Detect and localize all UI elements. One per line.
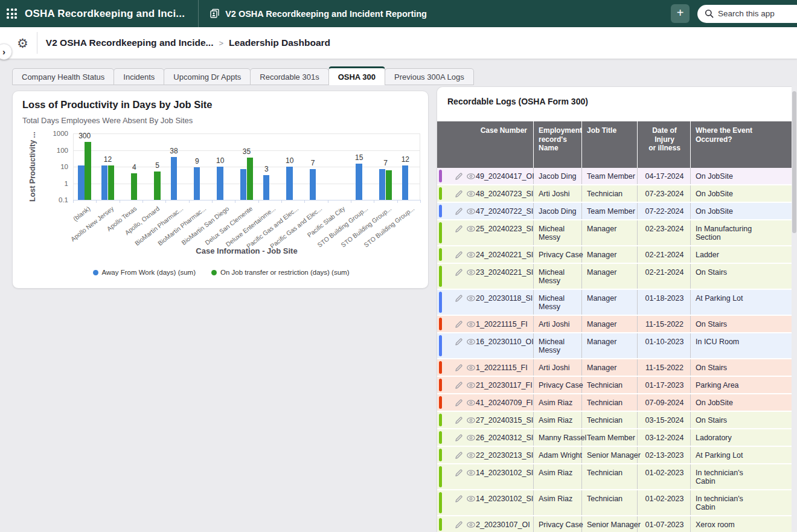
- legend-label: On Job transfer or restriction (days) (s…: [220, 269, 349, 276]
- bar-away-from-work-days-sum-deluxe-entertainme: [263, 175, 270, 200]
- injury-date-cell: 04-17-2024: [638, 168, 691, 184]
- column-header-job-title[interactable]: Job Title: [582, 121, 638, 168]
- eye-icon[interactable]: [466, 364, 476, 372]
- eye-icon[interactable]: [466, 225, 476, 233]
- eye-icon[interactable]: [466, 521, 476, 529]
- event-location-cell: In ICU Room: [691, 333, 793, 358]
- tab-upcoming-dr-appts[interactable]: Upcoming Dr Appts: [164, 68, 251, 85]
- app-tab-v2-osha[interactable]: V2 OSHA Recordkeeping and Incident Repor…: [199, 0, 438, 27]
- pencil-icon[interactable]: [455, 521, 463, 529]
- table-row[interactable]: 1_20221115_FIArti JoshiManager11-15-2022…: [437, 316, 793, 333]
- pencil-icon[interactable]: [455, 294, 463, 303]
- pencil-icon[interactable]: [455, 451, 463, 460]
- x-axis-tick: [212, 200, 213, 203]
- bar-value-label: 12: [96, 155, 120, 164]
- event-location-cell: On Stairs: [691, 359, 793, 376]
- eye-icon[interactable]: [466, 451, 476, 460]
- record-type-indicator: [439, 292, 442, 313]
- table-row[interactable]: 25_20240223_SIMicheal MessyManager02-23-…: [437, 220, 793, 246]
- case-number-cell: 14_20230102_SI: [476, 469, 536, 477]
- pencil-icon[interactable]: [455, 268, 463, 277]
- tab-incidents[interactable]: Incidents: [114, 68, 164, 85]
- table-row[interactable]: 27_20240315_SIAsim RiazTechnician03-15-2…: [437, 412, 793, 429]
- column-header-case-number[interactable]: Case Number: [437, 121, 534, 168]
- app-grid-icon[interactable]: [7, 8, 17, 19]
- gear-icon[interactable]: ⚙: [17, 37, 28, 50]
- breadcrumb-app-link[interactable]: V2 OSHA Recordkeeping and Incide...: [46, 37, 214, 48]
- table-row[interactable]: 41_20240709_FIAsim RiazTechnician07-09-2…: [437, 394, 793, 412]
- top-app-bar: OSHA Recordkeeping and Inci... V2 OSHA R…: [0, 0, 797, 27]
- table-row[interactable]: 21_20230117_FIPrivacy CaseTechnician01-1…: [437, 377, 793, 394]
- pencil-icon[interactable]: [455, 416, 463, 425]
- pencil-icon[interactable]: [455, 381, 463, 389]
- eye-icon[interactable]: [466, 172, 476, 181]
- record-type-indicator: [439, 266, 442, 287]
- table-row[interactable]: 16_20230110_OIMicheal MessyManager01-10-…: [437, 333, 793, 359]
- job-title-cell: Team Member: [582, 203, 638, 219]
- table-row[interactable]: 23_20240221_SIMicheal MessyManager02-21-…: [437, 264, 793, 290]
- pencil-icon[interactable]: [455, 207, 463, 216]
- table-row[interactable]: 2_20230107_OIPrivacy CaseSenior Manager0…: [437, 516, 793, 532]
- eye-icon[interactable]: [466, 320, 476, 328]
- table-row[interactable]: 26_20240312_SIManny RasselTeam Member03-…: [437, 429, 793, 447]
- pencil-icon[interactable]: [455, 495, 463, 503]
- injury-date-cell: 01-07-2023: [638, 516, 691, 532]
- pencil-icon[interactable]: [455, 338, 463, 346]
- add-new-button[interactable]: +: [671, 4, 690, 23]
- eye-icon[interactable]: [466, 190, 476, 198]
- vertical-scrollbar-thumb[interactable]: [792, 91, 796, 233]
- pencil-icon[interactable]: [455, 190, 463, 198]
- eye-icon[interactable]: [466, 495, 476, 503]
- table-row[interactable]: 1_20221115_FIArti JoshiManager11-15-2022…: [437, 359, 793, 377]
- eye-icon[interactable]: [466, 338, 476, 346]
- legend-item-away-from-work-days-sum[interactable]: Away From Work (days) (sum): [93, 269, 196, 276]
- eye-icon[interactable]: [466, 469, 476, 477]
- table-row[interactable]: 49_20240417_OIJacob DingTeam Member04-17…: [437, 168, 793, 185]
- pencil-icon[interactable]: [455, 434, 463, 442]
- tab-previous-300a-logs[interactable]: Previous 300A Logs: [385, 68, 474, 85]
- pencil-icon[interactable]: [455, 225, 463, 233]
- table-row[interactable]: 24_20240221_SIPrivacy CaseManager02-21-2…: [437, 246, 793, 264]
- eye-icon[interactable]: [466, 434, 476, 442]
- eye-icon[interactable]: [466, 251, 476, 259]
- search-input[interactable]: [718, 9, 787, 18]
- event-location-cell: On JobSite: [691, 185, 793, 202]
- column-header-where-the-event[interactable]: Where the Event Occurred?: [691, 121, 793, 168]
- table-row[interactable]: 47_20240722_SIJacob DingTeam Member07-22…: [437, 203, 793, 220]
- table-row[interactable]: 14_20230102_SIAsim RiazTechnician01-02-2…: [437, 490, 793, 516]
- pencil-icon[interactable]: [455, 251, 463, 259]
- job-title-cell: Technician: [582, 185, 638, 202]
- table-row[interactable]: 20_20230118_SIMicheal MessyManager01-18-…: [437, 290, 793, 316]
- legend-item-on-job-transfer-or-restriction-days-sum[interactable]: On Job transfer or restriction (days) (s…: [211, 269, 349, 276]
- table-row[interactable]: 48_20240723_SIArti JoshiTechnician07-23-…: [437, 185, 793, 203]
- pencil-icon[interactable]: [455, 469, 463, 477]
- tab-osha-300[interactable]: OSHA 300: [328, 66, 385, 85]
- pencil-icon[interactable]: [455, 320, 463, 328]
- pencil-icon[interactable]: [455, 364, 463, 372]
- table-row[interactable]: 22_20230213_SIAdam WrightSenior Manager0…: [437, 447, 793, 464]
- job-title-cell: Manager: [582, 290, 638, 315]
- eye-icon[interactable]: [466, 381, 476, 389]
- case-number-cell: 22_20230213_SI: [476, 451, 536, 460]
- x-axis-tick: [73, 200, 74, 203]
- tab-company-health-status[interactable]: Company Health Status: [12, 68, 114, 85]
- record-type-indicator: [439, 170, 442, 182]
- eye-icon[interactable]: [466, 399, 476, 407]
- employee-name-cell: Asim Riaz: [534, 394, 582, 411]
- table-row[interactable]: 14_20230102_SIAsim RiazTechnician01-02-2…: [437, 464, 793, 490]
- bar-on-job-transfer-or-restriction-days-sum-apollo-texas: [131, 173, 138, 200]
- eye-icon[interactable]: [466, 294, 476, 303]
- pencil-icon[interactable]: [455, 399, 463, 407]
- eye-icon[interactable]: [466, 268, 476, 277]
- eye-icon[interactable]: [466, 207, 476, 216]
- pencil-icon[interactable]: [455, 172, 463, 181]
- eye-icon[interactable]: [466, 416, 476, 425]
- app-search[interactable]: [697, 5, 797, 23]
- bar-value-label: 12: [393, 155, 417, 164]
- column-header-date-of-injury[interactable]: Date of Injury or illness: [638, 121, 691, 168]
- vertical-scrollbar-track[interactable]: [792, 86, 797, 532]
- dashboard-tabs: Company Health StatusIncidentsUpcoming D…: [12, 67, 473, 85]
- column-header-employment[interactable]: Employment record's Name: [534, 121, 582, 168]
- tab-recordable-301s[interactable]: Recordable 301s: [250, 68, 328, 85]
- x-axis-tick: [304, 200, 305, 203]
